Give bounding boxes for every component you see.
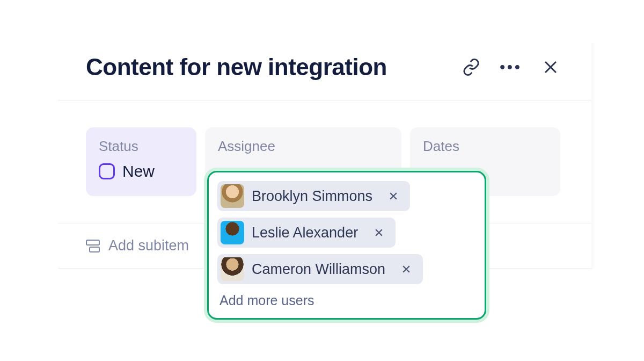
assignee-label: Assignee	[218, 138, 389, 155]
panel-header: Content for new integration •••	[58, 43, 591, 100]
close-button[interactable]	[540, 56, 561, 78]
remove-assignee-button[interactable]	[370, 223, 388, 242]
subitem-icon	[86, 240, 101, 252]
close-icon	[401, 264, 412, 275]
status-value: New	[122, 162, 155, 180]
link-icon	[462, 58, 480, 76]
add-subitem-label: Add subitem	[108, 237, 189, 254]
avatar	[221, 257, 244, 281]
assignee-name: Cameron Williamson	[252, 261, 385, 278]
avatar	[221, 184, 244, 208]
header-actions: •••	[460, 56, 561, 78]
remove-assignee-button[interactable]	[397, 260, 415, 278]
assignee-chip: Cameron Williamson	[217, 254, 423, 284]
svg-rect-1	[90, 247, 99, 252]
item-title[interactable]: Content for new integration	[86, 54, 460, 81]
copy-link-button[interactable]	[460, 56, 482, 78]
avatar	[221, 221, 244, 244]
assignee-chip: Brooklyn Simmons	[217, 181, 410, 211]
more-icon: •••	[500, 59, 522, 76]
more-actions-button[interactable]: •••	[500, 56, 522, 78]
close-icon	[388, 191, 399, 201]
close-icon	[541, 58, 560, 76]
svg-rect-0	[86, 240, 99, 245]
close-icon	[374, 227, 384, 238]
status-checkbox-icon	[99, 163, 115, 179]
status-label: Status	[99, 138, 184, 155]
dates-label: Dates	[423, 138, 547, 155]
assignee-name: Leslie Alexander	[252, 225, 358, 241]
remove-assignee-button[interactable]	[384, 187, 402, 205]
assignee-dropdown: Brooklyn Simmons Leslie Alexander Camero…	[207, 171, 486, 320]
assignee-chip: Leslie Alexander	[217, 218, 396, 248]
status-value-row: New	[99, 162, 184, 180]
assignee-name: Brooklyn Simmons	[252, 188, 372, 205]
add-more-users-button[interactable]: Add more users	[217, 291, 476, 309]
status-field[interactable]: Status New	[86, 127, 196, 196]
